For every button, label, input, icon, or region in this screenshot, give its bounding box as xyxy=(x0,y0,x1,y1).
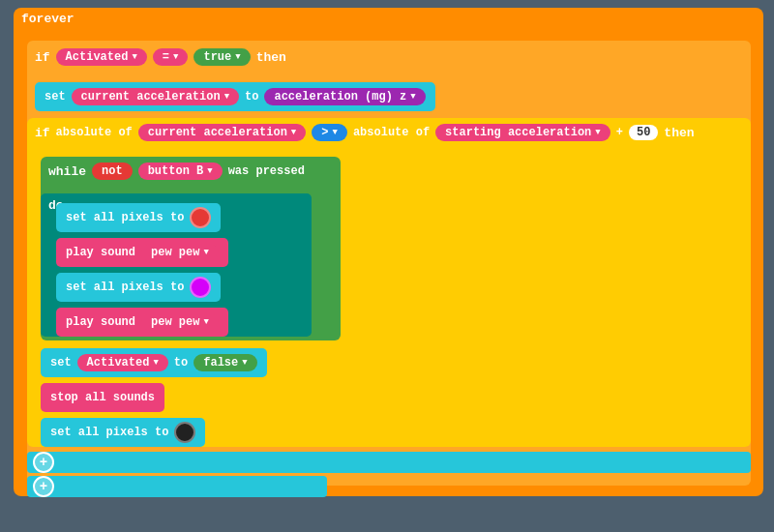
set-pixels3-label: set all pixels to xyxy=(50,426,168,439)
num-50[interactable]: 50 xyxy=(629,125,658,140)
pew-pew1[interactable]: pew pew xyxy=(141,244,219,261)
if2-keyword: if xyxy=(35,126,50,140)
black-color-dot[interactable] xyxy=(174,422,195,443)
if1-keyword: if xyxy=(35,50,50,65)
add-block-btn[interactable]: + xyxy=(33,476,54,497)
current-accel-var[interactable]: current acceleration xyxy=(72,88,239,105)
gt-op[interactable]: > xyxy=(312,124,347,141)
set2-to: to xyxy=(174,356,188,369)
set-pixels1-label: set all pixels to xyxy=(66,211,184,224)
set-pixels2-block: set all pixels to xyxy=(56,273,221,302)
true-val[interactable]: true xyxy=(194,48,250,66)
set-pixels3-block: set all pixels to xyxy=(41,418,205,447)
not-keyword[interactable]: not xyxy=(92,163,133,180)
bottom-bar2 xyxy=(27,476,327,497)
accel-mg-func[interactable]: acceleration (mg) z xyxy=(264,88,425,105)
if2-row: if absolute of current acceleration > ab… xyxy=(35,124,695,141)
plus-sign: + xyxy=(616,126,623,139)
while-row: while not button B was pressed xyxy=(48,163,305,180)
pew-pew2[interactable]: pew pew xyxy=(141,313,219,331)
add-block-btn2[interactable]: + xyxy=(33,452,54,473)
set2-block: set Activated to false xyxy=(41,348,267,377)
button-b-var[interactable]: button B xyxy=(138,163,223,180)
stop-sounds-label: stop all sounds xyxy=(50,391,155,404)
current-accel-var2[interactable]: current acceleration xyxy=(138,124,306,141)
red-color-dot[interactable] xyxy=(190,207,211,228)
canvas: forever if Activated = true then set cur… xyxy=(0,0,774,532)
false-val[interactable]: false xyxy=(194,354,256,371)
play-sound1-label: play sound xyxy=(66,246,135,259)
then-keyword: then xyxy=(256,50,286,65)
absolute-label2: absolute of xyxy=(353,126,430,139)
absolute-label1: absolute of xyxy=(56,126,133,139)
magenta-color-dot[interactable] xyxy=(190,277,211,298)
equals-op[interactable]: = xyxy=(153,48,189,66)
pressed-label: was pressed xyxy=(228,164,305,178)
if2-then: then xyxy=(664,126,694,140)
stop-sounds-block: stop all sounds xyxy=(41,383,164,412)
set2-keyword: set xyxy=(50,356,72,369)
set1-keyword: set xyxy=(45,90,66,103)
while-keyword: while xyxy=(48,164,86,179)
if1-row: if Activated = true then xyxy=(35,48,286,66)
play-sound2-block: play sound pew pew xyxy=(56,308,228,337)
set-pixels2-label: set all pixels to xyxy=(66,281,184,294)
play-sound1-block: play sound pew pew xyxy=(56,238,228,267)
play-sound2-label: play sound xyxy=(66,315,135,329)
set1-block: set current acceleration to acceleration… xyxy=(35,82,435,111)
bottom-bar xyxy=(27,452,751,473)
starting-accel-var[interactable]: starting acceleration xyxy=(435,124,610,141)
forever-label: forever xyxy=(21,12,74,26)
activated-var2[interactable]: Activated xyxy=(77,354,168,371)
activated-var[interactable]: Activated xyxy=(56,48,147,66)
set1-to: to xyxy=(245,90,258,103)
set-pixels1-block: set all pixels to xyxy=(56,203,221,232)
